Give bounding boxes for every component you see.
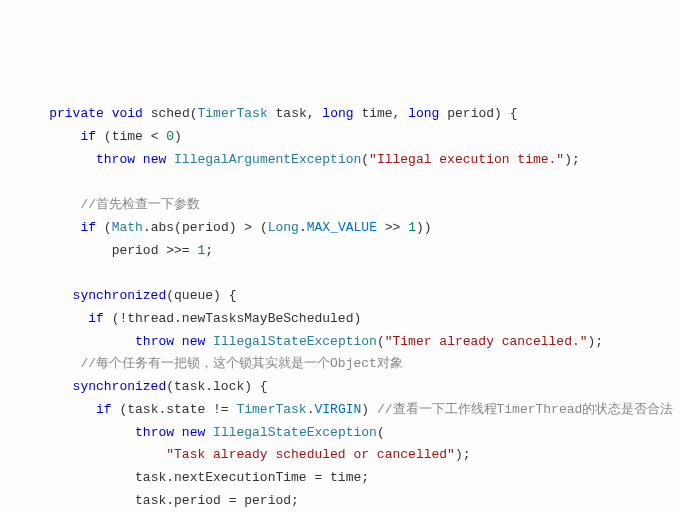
code-line: "Task already scheduled or cancelled"); [18, 444, 663, 467]
text: { [510, 106, 518, 121]
code-line [18, 262, 663, 285]
code-line: if (time < 0) [18, 126, 663, 149]
text: (task.lock) { [166, 379, 267, 394]
code-line: private void sched(TimerTask task, long … [18, 103, 663, 126]
code-line: //每个任务有一把锁，这个锁其实就是一个Object对象 [18, 353, 663, 376]
type: TimerTask [236, 402, 306, 417]
keyword: long [408, 106, 439, 121]
text: ); [588, 334, 604, 349]
string: "Illegal execution time." [369, 152, 564, 167]
keyword: if [80, 129, 96, 144]
code-line: throw new IllegalStateException( [18, 422, 663, 445]
comment: //每个任务有一把锁，这个锁其实就是一个Object对象 [80, 356, 402, 371]
text: ( [104, 220, 112, 235]
type: IllegalArgumentException [174, 152, 361, 167]
text: ); [455, 447, 471, 462]
keyword: synchronized [73, 379, 167, 394]
keyword: new [182, 334, 205, 349]
code-line: synchronized(queue) { [18, 285, 663, 308]
text: .abs(period) > ( [143, 220, 268, 235]
text: )) [416, 220, 432, 235]
keyword: throw [135, 334, 174, 349]
text: >> [377, 220, 400, 235]
comment: //首先检查一下参数 [80, 197, 200, 212]
type: Long [268, 220, 299, 235]
number: 1 [400, 220, 416, 235]
string: "Task already scheduled or cancelled" [166, 447, 455, 462]
text: period) [447, 106, 502, 121]
text: task, [276, 106, 315, 121]
type: IllegalStateException [213, 334, 377, 349]
keyword: if [96, 402, 112, 417]
code-block: private void sched(TimerTask task, long … [18, 103, 663, 514]
text: . [299, 220, 307, 235]
string: "Timer already cancelled." [385, 334, 588, 349]
code-line: task.nextExecutionTime = time; [18, 467, 663, 490]
keyword: synchronized [73, 288, 167, 303]
comment: //查看一下工作线程TimerThread的状态是否合法 [369, 402, 673, 417]
code-line: throw new IllegalStateException("Timer a… [18, 331, 663, 354]
text: time, [361, 106, 400, 121]
code-line: if (Math.abs(period) > (Long.MAX_VALUE >… [18, 217, 663, 240]
text: (!thread.newTasksMayBeScheduled) [104, 311, 361, 326]
number: 1 [190, 243, 206, 258]
text: ( [361, 152, 369, 167]
text: period >>= [112, 243, 190, 258]
number: 0 [166, 129, 174, 144]
text: task.nextExecutionTime = time; [135, 470, 369, 485]
text: ( [377, 334, 385, 349]
keyword: private [49, 106, 104, 121]
text: sched [151, 106, 190, 121]
type: Math [112, 220, 143, 235]
text: (task.state != [112, 402, 237, 417]
keyword: throw [96, 152, 135, 167]
code-line: period >>= 1; [18, 240, 663, 263]
text: (time < [104, 129, 159, 144]
text: (queue) { [166, 288, 236, 303]
text: ) [361, 402, 369, 417]
type: TimerTask [198, 106, 268, 121]
text: ); [564, 152, 580, 167]
code-line: if (task.state != TimerTask.VIRGIN) //查看… [18, 399, 663, 422]
constant: MAX_VALUE [307, 220, 377, 235]
text: task.period = period; [135, 493, 299, 508]
code-line: synchronized(task.lock) { [18, 376, 663, 399]
keyword: throw [135, 425, 174, 440]
text: ( [377, 425, 385, 440]
keyword: new [182, 425, 205, 440]
text: ) [174, 129, 182, 144]
keyword: new [143, 152, 166, 167]
code-line: task.period = period; [18, 490, 663, 513]
code-line: throw new IllegalArgumentException("Ille… [18, 149, 663, 172]
keyword: if [80, 220, 96, 235]
code-line: if (!thread.newTasksMayBeScheduled) [18, 308, 663, 331]
type: IllegalStateException [213, 425, 377, 440]
text: ; [205, 243, 213, 258]
code-line [18, 171, 663, 194]
keyword: void [112, 106, 143, 121]
keyword: long [322, 106, 353, 121]
constant: VIRGIN [314, 402, 361, 417]
keyword: if [88, 311, 104, 326]
code-line: //首先检查一下参数 [18, 194, 663, 217]
